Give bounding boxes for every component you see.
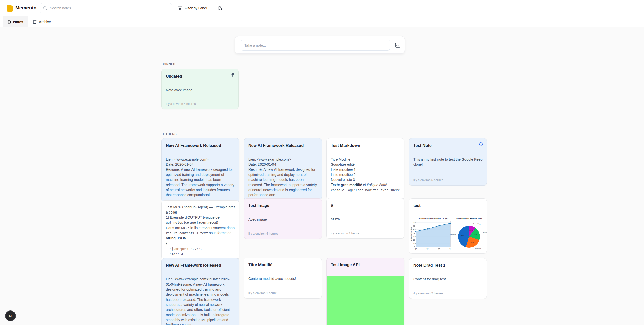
app-title: Memento bbox=[15, 5, 36, 11]
note-body: Titre Modifié Sous-titre édité Liste mod… bbox=[331, 157, 400, 193]
filter-by-label-button[interactable]: Filter by Label bbox=[176, 4, 209, 13]
note-title: Test Markdown bbox=[331, 143, 400, 149]
note-card-drag-test[interactable]: Note Drag Test 1 Content for drag test i… bbox=[409, 258, 487, 299]
svg-text:Q4: Q4 bbox=[449, 248, 452, 250]
note-card-test-note[interactable]: Test Note This is my first note to test … bbox=[409, 138, 487, 186]
tab-notes[interactable]: Notes bbox=[3, 16, 28, 27]
notes-grid: New AI Framework Released Lien: <www.exa… bbox=[161, 138, 488, 325]
pin-icon[interactable] bbox=[230, 72, 235, 77]
svg-text:Chiffre d'affaires (M€): Chiffre d'affaires (M€) bbox=[410, 227, 412, 241]
filter-funnel-icon bbox=[178, 6, 182, 10]
app-header: Memento Filter by Label bbox=[0, 0, 644, 16]
dark-mode-toggle[interactable] bbox=[215, 4, 225, 13]
note-image-green bbox=[327, 276, 404, 325]
note-title: Test Image API bbox=[331, 262, 400, 268]
note-body: Note avec image bbox=[166, 88, 234, 93]
svg-text:40: 40 bbox=[413, 232, 415, 234]
note-body: Lien: <www.example.com> Date: 2026-01-04… bbox=[166, 157, 235, 197]
svg-text:Licences: Licences bbox=[482, 232, 487, 233]
note-body: szsza bbox=[331, 217, 400, 222]
moon-icon bbox=[218, 6, 222, 10]
note-card-ai-framework-1[interactable]: New AI Framework Released Lien: <www.exa… bbox=[161, 138, 239, 202]
app-logo-icon bbox=[7, 5, 13, 12]
svg-text:Services: Services bbox=[475, 248, 481, 249]
svg-text:10.0%: 10.0% bbox=[469, 230, 473, 231]
user-avatar[interactable]: N bbox=[5, 310, 16, 321]
note-body: Avec image bbox=[248, 217, 318, 222]
composer-input-wrap bbox=[241, 40, 390, 51]
svg-text:25.0%: 25.0% bbox=[470, 242, 474, 243]
line-chart-image: 010203040506070Q1Q2Q3Q4Croissance Trimes… bbox=[410, 217, 452, 252]
reminder-bell-icon[interactable] bbox=[478, 142, 484, 147]
pie-chart-image: 45.0%Produits25.0%Services20.0%Licences1… bbox=[454, 217, 486, 252]
svg-text:20.0%: 20.0% bbox=[473, 234, 477, 235]
search-icon bbox=[43, 6, 47, 10]
take-a-note-input[interactable] bbox=[244, 43, 386, 47]
note-card-mcp-cleanup[interactable]: Test MCP Cleanup (Agent) — Exemple prêt … bbox=[161, 200, 239, 260]
note-title: a bbox=[331, 202, 400, 208]
note-timestamp: il y a environ 1 heure bbox=[248, 291, 277, 295]
svg-text:50: 50 bbox=[413, 229, 415, 230]
note-timestamp: il y a environ 4 heures bbox=[166, 102, 196, 106]
note-card-test-image-api[interactable]: Test Image API bbox=[326, 258, 404, 325]
note-card-updated[interactable]: Updated Note avec image il y a environ 4… bbox=[161, 69, 239, 109]
note-body: Lien: <www.example.com> Date: 2026-01-04… bbox=[248, 157, 318, 197]
avatar-initial: N bbox=[9, 314, 12, 318]
note-body: Contenu modifié avec succès! bbox=[248, 276, 318, 281]
svg-text:Produits: Produits bbox=[450, 234, 456, 235]
svg-text:Q3: Q3 bbox=[438, 248, 440, 250]
note-title: New AI Framework Released bbox=[166, 262, 235, 269]
note-title: Note Drag Test 1 bbox=[413, 262, 483, 269]
note-title: Updated bbox=[166, 73, 234, 79]
new-checklist-icon[interactable] bbox=[395, 42, 401, 48]
search-box[interactable] bbox=[40, 3, 172, 13]
note-body: This is my first note to test the Google… bbox=[413, 157, 483, 167]
note-card-test-markdown[interactable]: Test Markdown Titre Modifié Sous-titre é… bbox=[326, 138, 404, 200]
svg-text:70: 70 bbox=[413, 222, 415, 223]
svg-text:Répartition des Revenus 2024: Répartition des Revenus 2024 bbox=[456, 218, 482, 220]
note-chart-images: 010203040506070Q1Q2Q3Q4Croissance Trimes… bbox=[410, 217, 486, 252]
svg-text:60: 60 bbox=[413, 225, 415, 227]
note-composer[interactable] bbox=[235, 36, 405, 54]
svg-text:Q1: Q1 bbox=[415, 248, 417, 250]
tab-archive[interactable]: Archive bbox=[28, 16, 56, 27]
note-card-test-image[interactable]: Test Image Avec image il y a environ 4 h… bbox=[244, 198, 322, 239]
svg-text:45.0%: 45.0% bbox=[461, 235, 465, 236]
note-title: New AI Framework Released bbox=[166, 143, 235, 149]
archive-box-icon bbox=[33, 20, 37, 24]
tab-archive-label: Archive bbox=[39, 20, 51, 24]
tab-notes-label: Notes bbox=[13, 20, 23, 24]
note-title: test bbox=[413, 203, 483, 209]
note-title: Titre Modifié bbox=[248, 262, 318, 268]
filter-by-label-text: Filter by Label bbox=[185, 6, 207, 10]
note-card-titre-modifie[interactable]: Titre Modifié Contenu modifié avec succè… bbox=[244, 258, 322, 299]
note-card-test-charts[interactable]: test 010203040506070Q1Q2Q3Q4Croissance T… bbox=[409, 198, 487, 254]
svg-text:Q2: Q2 bbox=[426, 248, 429, 250]
svg-text:10: 10 bbox=[413, 243, 415, 244]
note-card-a[interactable]: a szsza il y a environ 1 heure bbox=[326, 198, 404, 239]
note-file-icon bbox=[8, 20, 11, 24]
svg-text:0: 0 bbox=[414, 246, 415, 248]
others-section-label: OTHERS bbox=[163, 132, 177, 136]
note-title: Test Image bbox=[248, 203, 318, 209]
note-body: Test MCP Cleanup (Agent) — Exemple prêt … bbox=[166, 205, 235, 257]
note-card-ai-framework-3[interactable]: New AI Framework Released Lien: <www.exa… bbox=[161, 258, 239, 325]
note-title: Test Note bbox=[413, 143, 483, 149]
note-timestamp: il y a environ 4 heures bbox=[248, 232, 278, 235]
note-timestamp: il y a environ 2 heures bbox=[413, 292, 443, 295]
note-body: Lien: <www.example.com>\nDate: 2026-01-0… bbox=[166, 277, 235, 325]
svg-text:30: 30 bbox=[413, 236, 415, 237]
note-card-ai-framework-2[interactable]: New AI Framework Released Lien: <www.exa… bbox=[244, 138, 322, 200]
tab-bar: Notes Archive bbox=[0, 16, 644, 27]
svg-text:20: 20 bbox=[413, 239, 415, 241]
note-timestamp: il y a environ 1 heure bbox=[331, 232, 359, 235]
note-title: New AI Framework Released bbox=[248, 143, 318, 149]
note-timestamp: il y a environ 6 heures bbox=[413, 178, 443, 182]
pinned-section-label: PINNED bbox=[163, 62, 176, 66]
svg-text:Croissance Trimestrielle du CA: Croissance Trimestrielle du CA (M€) bbox=[418, 218, 448, 220]
svg-text:Consulting: Consulting bbox=[473, 223, 480, 225]
note-body: Content for drag test bbox=[413, 277, 483, 282]
search-input[interactable] bbox=[50, 6, 169, 10]
